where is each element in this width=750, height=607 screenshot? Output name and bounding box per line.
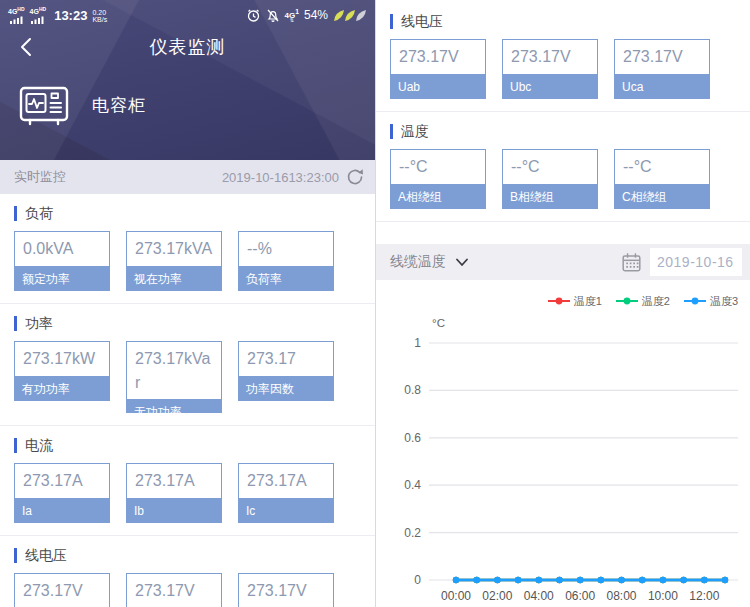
screen-left: 4GHD 4GHD 13:23 0.20 KB/s [0,0,375,607]
metric-value: 273.17kW [14,341,110,377]
metric-value: 273.17 [238,341,334,377]
legend-label: 温度3 [710,294,738,309]
capacitor-cabinet-icon [18,82,70,128]
metric-label: 无功功率 [126,400,222,413]
metric-section: 线电压273.17VUab273.17VUbc273.17VUca [376,2,750,112]
svg-text:0.6: 0.6 [404,431,421,445]
left-sections-mount: 负荷0.0kVA额定功率273.17kVA视在功率--%负荷率功率273.17k… [0,194,375,607]
right-sections-mount: 线电压273.17VUab273.17VUbc273.17VUca温度--°CA… [376,0,750,222]
metric-card: 273.17AIc [238,463,334,523]
metric-label: Ubc [502,75,598,99]
refresh-icon [345,167,365,187]
metric-label: Uab [390,75,486,99]
alarm-clock-icon [246,8,261,23]
metric-value: 273.17V [390,39,486,75]
realtime-monitor-bar: 实时监控 2019-10-1613:23:00 [0,160,375,194]
metric-value: 273.17V [502,39,598,75]
chart-header-bar: 线缆温度 2019-10-16 [376,244,750,280]
metric-label: B相绕组 [502,185,598,209]
selector-label: 线缆温度 [390,253,446,271]
metric-value: --°C [390,149,486,185]
metric-cards-row: 273.17AIa273.17AIb273.17AIc [0,463,375,523]
device-row: 电容柜 [0,66,375,128]
section-title: 功率 [14,316,375,331]
metric-card: 273.17VUab [390,39,486,99]
mobile-data-icon: 4G1 ⇅ [285,8,299,23]
date-input[interactable]: 2019-10-16 [650,248,742,276]
signal-bars-icon [10,16,23,24]
chart-wrap: 00.20.40.60.81°C00:0002:0004:0006:0008:0… [376,310,750,607]
legend-marker-icon [684,297,706,305]
metric-value: --°C [614,149,710,185]
svg-text:1: 1 [414,336,421,350]
chart-legend: 温度1温度2温度3 [376,294,750,308]
svg-text:°C: °C [432,317,445,329]
metric-value: 273.17A [238,463,334,499]
svg-text:0: 0 [414,573,421,587]
metric-label: Ib [126,499,222,523]
legend-item[interactable]: 温度2 [616,294,670,309]
metric-card: 273.17VUab [14,573,110,607]
metric-value: 273.17kVar [126,341,222,400]
metric-cards-row: 273.17VUab273.17VUbc273.17VUca [0,573,375,607]
metric-cards-row: 273.17kW有功功率273.17kVar无功功率273.17功率因数 [0,341,375,413]
metric-card: --°CB相绕组 [502,149,598,209]
signal-4g-icon: 4GHD [8,6,25,23]
calendar-icon[interactable] [621,252,642,273]
section-divider [376,221,750,222]
metric-selector[interactable]: 线缆温度 [390,253,469,271]
section-title: 电流 [14,438,375,453]
metric-cards-row: 273.17VUab273.17VUbc273.17VUca [376,39,750,99]
screen-right: 线电压273.17VUab273.17VUbc273.17VUca温度--°CA… [375,0,750,607]
metric-value: 273.17V [126,573,222,607]
metric-label: 功率因数 [238,377,334,401]
device-name: 电容柜 [92,94,146,117]
legend-label: 温度2 [642,294,670,309]
network-speed: 0.20 KB/s [92,9,107,23]
app-screens: 4GHD 4GHD 13:23 0.20 KB/s [0,0,750,607]
status-time: 13:23 [54,8,87,23]
metric-card: 273.17AIb [126,463,222,523]
metric-value: --°C [502,149,598,185]
metric-label: 视在功率 [126,267,222,291]
metric-card: 273.17VUbc [502,39,598,99]
app-header: 4GHD 4GHD 13:23 0.20 KB/s [0,0,375,160]
svg-text:0.2: 0.2 [404,526,421,540]
legend-marker-icon [616,297,638,305]
metric-label: 有功功率 [14,377,110,401]
metric-label: Ic [238,499,334,523]
legend-item[interactable]: 温度3 [684,294,738,309]
metric-label: 额定功率 [14,267,110,291]
metric-card: 273.17kVar无功功率 [126,341,222,413]
temperature-chart: 00.20.40.60.81°C00:0002:0004:0006:0008:0… [376,310,750,607]
svg-text:08:00: 08:00 [607,589,637,603]
metric-value: 273.17V [614,39,710,75]
legend-item[interactable]: 温度1 [548,294,602,309]
section-title: 线电压 [390,14,750,29]
refresh-button[interactable] [345,167,365,187]
metric-label: Ia [14,499,110,523]
metric-card: 273.17kW有功功率 [14,341,110,401]
metric-value: 273.17A [14,463,110,499]
svg-text:0.4: 0.4 [404,478,421,492]
page-title: 仪表监测 [150,35,226,59]
svg-text:0.8: 0.8 [404,383,421,397]
back-chevron-icon [18,35,34,59]
date-value: 2019-10-16 [657,254,734,270]
metric-label: C相绕组 [614,185,710,209]
metric-cards-row: --°CA相绕组--°CB相绕组--°CC相绕组 [376,149,750,209]
svg-text:12:00: 12:00 [689,589,719,603]
metric-card: --°CA相绕组 [390,149,486,209]
signal-bars-icon [31,16,44,24]
metric-card: 273.17AIa [14,463,110,523]
metric-label: Uca [614,75,710,99]
metric-card: 273.17VUca [238,573,334,607]
section-title: 温度 [390,124,750,139]
metric-section: 负荷0.0kVA额定功率273.17kVA视在功率--%负荷率 [0,194,375,304]
metric-value: 0.0kVA [14,231,110,267]
monitor-timestamp: 2019-10-1613:23:00 [222,170,339,185]
back-button[interactable] [10,28,54,66]
metric-card: --%负荷率 [238,231,334,291]
legend-marker-icon [548,297,570,305]
section-title: 负荷 [14,206,375,221]
